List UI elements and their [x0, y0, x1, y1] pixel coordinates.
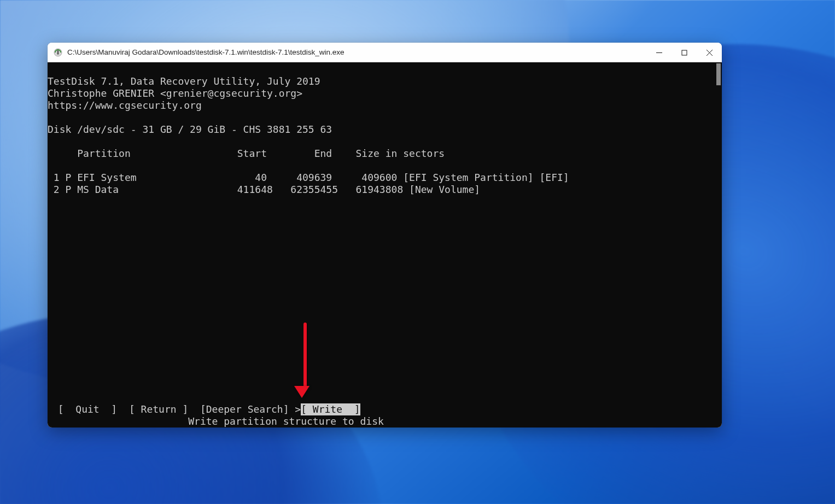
terminal-content: TestDisk 7.1, Data Recovery Utility, Jul… — [48, 62, 722, 208]
menu-row: [ Quit ] [ Return ] [Deeper Search] >[ W… — [48, 403, 360, 415]
titlebar[interactable]: C:\Users\Manuviraj Godara\Downloads\test… — [48, 43, 722, 62]
minimize-button[interactable] — [646, 43, 671, 62]
menu-cursor: > — [295, 403, 301, 415]
url-line: https://www.cgsecurity.org — [48, 99, 202, 111]
menu-quit[interactable]: [ Quit ] — [52, 403, 123, 415]
terminal-window: C:\Users\Manuviraj Godara\Downloads\test… — [48, 43, 722, 427]
partition-row: 1 P EFI System 40 409639 409600 [EFI Sys… — [48, 172, 569, 183]
menu-deeper-search[interactable]: [Deeper Search] — [194, 403, 295, 415]
close-button[interactable] — [697, 43, 722, 62]
column-headers: Partition Start End Size in sectors — [48, 148, 445, 159]
svg-point-2 — [57, 52, 59, 54]
disk-info-line: Disk /dev/sdc - 31 GB / 29 GiB - CHS 388… — [48, 124, 332, 135]
menu-return[interactable]: [ Return ] — [123, 403, 194, 415]
menu-write[interactable]: [ Write ] — [301, 403, 360, 415]
svg-rect-3 — [682, 50, 687, 55]
maximize-button[interactable] — [671, 43, 697, 62]
app-icon — [53, 48, 63, 57]
window-title: C:\Users\Manuviraj Godara\Downloads\test… — [67, 48, 646, 56]
app-header-line: TestDisk 7.1, Data Recovery Utility, Jul… — [48, 75, 320, 87]
window-controls — [646, 43, 722, 62]
partition-row: 2 P MS Data 411648 62355455 61943808 [Ne… — [48, 184, 480, 195]
author-line: Christophe GRENIER <grenier@cgsecurity.o… — [48, 87, 302, 99]
terminal-area[interactable]: TestDisk 7.1, Data Recovery Utility, Jul… — [48, 62, 722, 427]
svg-rect-1 — [57, 50, 59, 53]
scrollbar-thumb[interactable] — [716, 63, 721, 85]
status-line: Write partition structure to disk — [48, 415, 384, 427]
